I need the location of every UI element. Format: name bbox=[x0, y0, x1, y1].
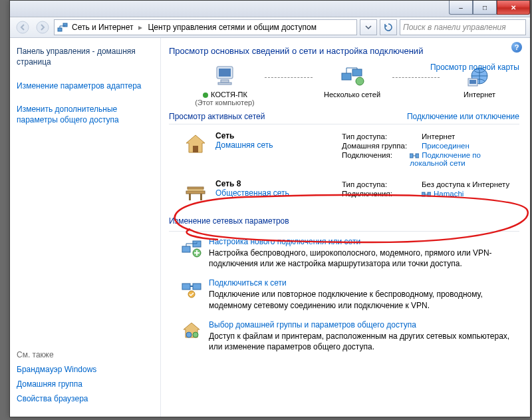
page-heading: Просмотр основных сведений о сети и наст… bbox=[169, 46, 519, 56]
breadcrumb-separator: ▸ bbox=[138, 23, 142, 32]
access-type-label: Тип доступа: bbox=[342, 180, 422, 188]
this-pc-label: КОСТЯ-ПК bbox=[185, 91, 265, 99]
active-networks-title: Просмотр активных сетей bbox=[169, 112, 265, 121]
connection-link[interactable]: Hamachi bbox=[422, 190, 464, 198]
svg-rect-14 bbox=[469, 80, 476, 84]
svg-rect-6 bbox=[221, 80, 229, 83]
address-bar: Сеть и Интернет ▸ Центр управления сетям… bbox=[10, 17, 530, 38]
lan-connection-icon bbox=[410, 152, 419, 159]
this-pc-sublabel: (Этот компьютер) bbox=[185, 99, 265, 106]
control-panel-window: – □ ✕ Сеть и Интернет ▸ Центр управления… bbox=[9, 0, 531, 417]
homegroup-link[interactable]: Присоединен bbox=[422, 142, 469, 150]
task-desc: Подключение или повторное подключение к … bbox=[209, 289, 519, 310]
access-type-label: Тип доступа: bbox=[342, 132, 422, 140]
network-center-icon bbox=[57, 22, 68, 33]
svg-point-1 bbox=[37, 21, 49, 33]
this-pc-icon bbox=[185, 63, 265, 89]
task-title[interactable]: Подключиться к сети bbox=[209, 278, 519, 288]
divider bbox=[169, 231, 519, 232]
main-content: ? Просмотр основных сведений о сети и на… bbox=[161, 38, 530, 417]
svg-rect-5 bbox=[219, 69, 231, 77]
multi-network-icon bbox=[313, 63, 392, 89]
svg-point-11 bbox=[356, 77, 364, 85]
active-networks-header: Просмотр активных сетей Подключение или … bbox=[169, 112, 519, 121]
access-type-value: Без доступа к Интернету bbox=[422, 180, 509, 188]
network-status-dot-icon bbox=[202, 92, 209, 99]
see-also-browser-properties[interactable]: Свойства браузера bbox=[17, 394, 154, 403]
svg-rect-18 bbox=[186, 191, 205, 194]
forward-button[interactable] bbox=[34, 19, 51, 36]
see-also-heading: См. также bbox=[17, 350, 154, 359]
window-titlebar: – □ ✕ bbox=[10, 1, 530, 17]
help-icon[interactable]: ? bbox=[511, 42, 522, 53]
multi-network-label: Несколько сетей bbox=[313, 91, 392, 99]
network-item-public: Сеть 8 Общественная сеть Тип доступа:Без… bbox=[169, 175, 519, 212]
internet-label: Интернет bbox=[440, 91, 519, 99]
task-title[interactable]: Настройка нового подключения или сети bbox=[209, 237, 519, 246]
homegroup-icon bbox=[181, 320, 202, 341]
task-title[interactable]: Выбор домашней группы и параметров общег… bbox=[209, 320, 519, 329]
svg-point-8 bbox=[203, 93, 208, 98]
breadcrumb-dropdown-button[interactable] bbox=[360, 19, 377, 35]
control-panel-home-link[interactable]: Панель управления - домашняя страница bbox=[17, 46, 154, 67]
search-placeholder: Поиск в панели управления bbox=[403, 23, 506, 32]
breadcrumb-segment[interactable]: Сеть и Интернет bbox=[72, 23, 133, 32]
connections-label: Подключения: bbox=[342, 151, 410, 167]
map-connector bbox=[265, 77, 313, 78]
svg-point-31 bbox=[186, 332, 192, 337]
network-settings-heading: Изменение сетевых параметров bbox=[169, 216, 519, 226]
back-button[interactable] bbox=[14, 19, 31, 36]
sidebar-link-adapter-settings[interactable]: Изменение параметров адаптера bbox=[17, 81, 154, 91]
connections-label: Подключения: bbox=[342, 190, 422, 198]
network-item-home: Сеть Домашняя сеть Тип доступа:Интернет … bbox=[169, 127, 519, 175]
divider bbox=[169, 124, 519, 124]
breadcrumb-bar[interactable]: Сеть и Интернет ▸ Центр управления сетям… bbox=[54, 19, 357, 35]
access-type-value: Интернет bbox=[422, 132, 455, 140]
map-connector bbox=[392, 77, 440, 78]
search-input[interactable]: Поиск в панели управления bbox=[400, 19, 526, 35]
connection-link[interactable]: Подключение по локальной сети bbox=[410, 151, 519, 167]
maximize-button[interactable]: □ bbox=[473, 1, 497, 15]
svg-rect-9 bbox=[342, 73, 351, 80]
connect-network-icon bbox=[181, 278, 202, 300]
see-also-homegroup[interactable]: Домашняя группа bbox=[17, 379, 154, 389]
task-desc: Настройка беспроводного, широкополосного… bbox=[209, 248, 519, 269]
minimize-button[interactable]: – bbox=[449, 1, 473, 15]
svg-rect-19 bbox=[189, 194, 191, 200]
svg-point-32 bbox=[193, 332, 198, 337]
breadcrumb-segment[interactable]: Центр управления сетями и общим доступом bbox=[148, 23, 317, 32]
network-type-link[interactable]: Общественная сеть bbox=[215, 188, 289, 198]
full-map-link[interactable]: Просмотр полной карты bbox=[430, 63, 519, 72]
home-network-icon bbox=[182, 131, 209, 158]
refresh-button[interactable] bbox=[380, 19, 397, 35]
network-type-link[interactable]: Домашняя сеть bbox=[215, 140, 273, 150]
svg-rect-17 bbox=[416, 154, 419, 158]
svg-rect-10 bbox=[352, 69, 362, 76]
public-network-icon bbox=[182, 179, 209, 206]
svg-point-0 bbox=[17, 21, 29, 33]
sidebar: Панель управления - домашняя страница Из… bbox=[10, 38, 161, 417]
svg-rect-20 bbox=[200, 194, 202, 200]
homegroup-label: Домашняя группа: bbox=[342, 142, 422, 150]
svg-rect-28 bbox=[182, 284, 190, 290]
svg-rect-2 bbox=[58, 28, 62, 31]
network-map: Просмотр полной карты КОСТЯ-ПК (Этот ком… bbox=[169, 63, 519, 106]
connect-disconnect-link[interactable]: Подключение или отключение bbox=[407, 112, 519, 121]
network-name: Сеть 8 bbox=[215, 179, 289, 188]
see-also-firewall[interactable]: Брандмауэр Windows bbox=[17, 365, 154, 374]
task-homegroup-sharing[interactable]: Выбор домашней группы и параметров общег… bbox=[169, 320, 519, 352]
task-new-connection[interactable]: Настройка нового подключения или сети На… bbox=[169, 237, 519, 269]
svg-rect-22 bbox=[188, 189, 203, 191]
network-name: Сеть bbox=[215, 131, 273, 140]
svg-rect-23 bbox=[422, 192, 425, 196]
close-button[interactable]: ✕ bbox=[497, 1, 530, 15]
svg-rect-24 bbox=[428, 192, 431, 196]
svg-rect-25 bbox=[182, 246, 190, 252]
new-connection-icon bbox=[181, 237, 202, 258]
task-connect-network[interactable]: Подключиться к сети Подключение или повт… bbox=[169, 278, 519, 310]
svg-rect-7 bbox=[218, 83, 231, 85]
svg-rect-29 bbox=[193, 284, 201, 290]
hamachi-connection-icon bbox=[422, 191, 431, 198]
sidebar-link-advanced-sharing[interactable]: Изменить дополнительные параметры общего… bbox=[17, 104, 154, 125]
see-also-section: См. также Брандмауэр Windows Домашняя гр… bbox=[17, 346, 154, 409]
